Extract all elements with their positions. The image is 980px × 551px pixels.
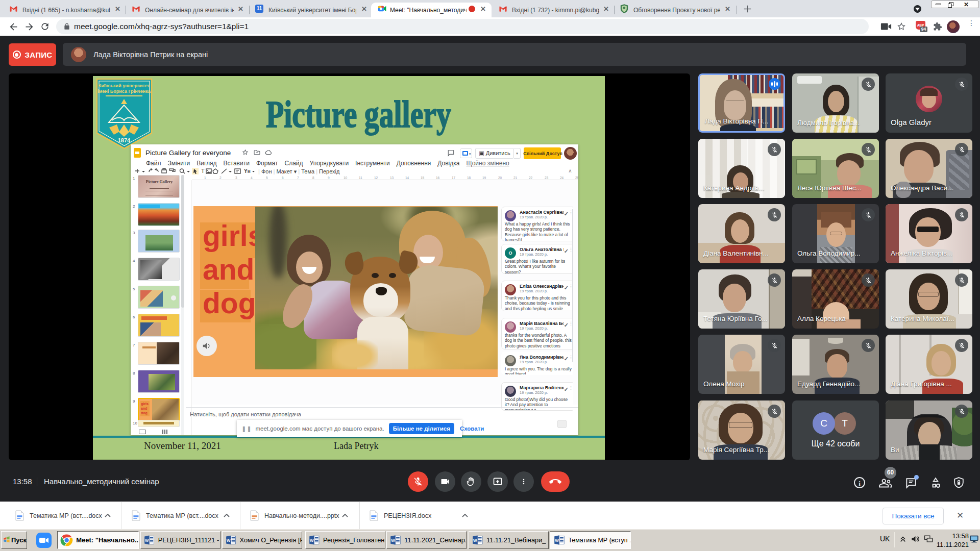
svg-text:1874: 1874: [118, 137, 131, 143]
svg-text:W: W: [555, 538, 559, 543]
svg-text:T: T: [201, 168, 205, 174]
svg-text:Київський університет: Київський університет: [99, 83, 150, 88]
svg-text:W: W: [145, 538, 149, 543]
svg-text:W: W: [227, 538, 231, 543]
svg-text:W: W: [310, 538, 314, 543]
svg-text:імені Бориса Грінченка: імені Бориса Грінченка: [97, 89, 151, 94]
svg-text:W: W: [473, 538, 477, 543]
svg-text:Yн: Yн: [244, 168, 251, 174]
svg-text:W: W: [391, 538, 395, 543]
